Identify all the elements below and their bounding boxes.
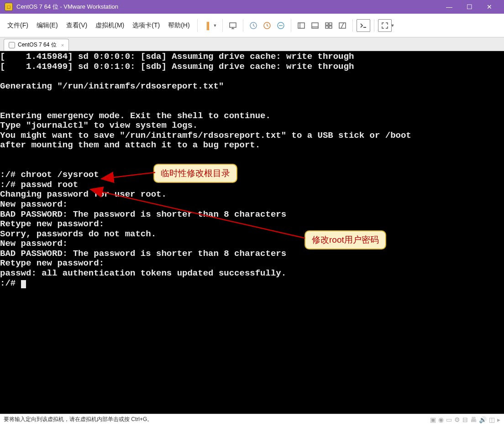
app-icon: □ [5,3,13,11]
separator [352,19,353,32]
menu-file[interactable]: 文件(F) [4,20,32,31]
chevron-down-icon[interactable]: ▼ [391,23,396,28]
device-usb-icon[interactable]: ⊟ [462,416,468,423]
vm-icon [9,42,15,48]
callout-chroot: 临时性修改根目录 [153,164,237,183]
tab-label: CentOS 7 64 位 [18,41,57,49]
tab-close-icon[interactable]: × [61,42,64,48]
snapshot-manage-icon[interactable] [261,19,273,32]
svg-rect-6 [312,23,318,28]
terminal-output[interactable]: [ 1.415984] sd 0:0:0:0: [sda] Assuming d… [0,51,504,414]
svg-rect-0 [230,23,236,27]
menu-toolbar: 文件(F) 编辑(E) 查看(V) 虚拟机(M) 选项卡(T) 帮助(H) ‖ … [0,14,504,37]
menu-vm[interactable]: 虚拟机(M) [92,20,128,31]
view-thumbnail-icon[interactable] [322,19,335,32]
chevron-down-icon[interactable]: ▼ [213,23,219,28]
device-hdd-icon[interactable]: ▣ [430,416,436,423]
separator [291,19,291,32]
tab-bar: CentOS 7 64 位 × [0,37,504,51]
device-sound-icon[interactable]: 🔊 [479,416,487,423]
separator [197,19,198,32]
svg-rect-8 [326,23,328,25]
svg-rect-10 [326,26,328,28]
view-console-icon[interactable] [309,19,321,32]
menu-tabs[interactable]: 选项卡(T) [129,20,163,31]
separator [222,19,223,32]
device-more-icon[interactable]: ▸ [497,416,500,423]
minimize-button[interactable]: — [439,0,459,14]
console-icon[interactable] [357,19,370,32]
devices-icon[interactable] [226,19,239,32]
callout-passwd: 修改root用户密码 [304,230,386,250]
device-display-icon[interactable]: ◫ [489,416,495,423]
window-title: CentOS 7 64 位 - VMware Workstation [16,3,439,11]
close-button[interactable]: ✕ [479,0,499,14]
menu-help[interactable]: 帮助(H) [164,20,193,31]
status-icons: ▣ ◉ ▭ ⚙ ⊟ 🖶 🔊 ◫ ▸ [430,416,500,423]
snapshot-revert-icon[interactable] [274,19,287,32]
device-cd-icon[interactable]: ◉ [438,416,444,423]
status-hint: 要将输入定向到该虚拟机，请在虚拟机内部单击或按 Ctrl+G。 [4,416,430,423]
view-single-icon[interactable] [295,19,308,32]
svg-rect-9 [329,23,332,25]
fullscreen-icon[interactable] [378,19,392,32]
pause-icon[interactable]: ‖ [201,19,214,32]
maximize-button[interactable]: ☐ [459,0,479,14]
statusbar: 要将输入定向到该虚拟机，请在虚拟机内部单击或按 Ctrl+G。 ▣ ◉ ▭ ⚙ … [0,414,504,425]
device-network-icon[interactable]: ⚙ [454,416,460,423]
snapshot-icon[interactable] [247,19,260,32]
svg-rect-4 [298,23,304,28]
separator [374,19,374,32]
device-printer-icon[interactable]: 🖶 [470,416,477,423]
menu-edit[interactable]: 编辑(E) [33,20,62,31]
tab-vm[interactable]: CentOS 7 64 位 × [4,39,69,51]
view-unity-icon[interactable] [336,19,349,32]
menu-view[interactable]: 查看(V) [63,20,91,31]
titlebar: □ CentOS 7 64 位 - VMware Workstation — ☐… [0,0,504,14]
device-floppy-icon[interactable]: ▭ [446,416,452,423]
separator [243,19,243,32]
svg-rect-11 [329,26,332,28]
